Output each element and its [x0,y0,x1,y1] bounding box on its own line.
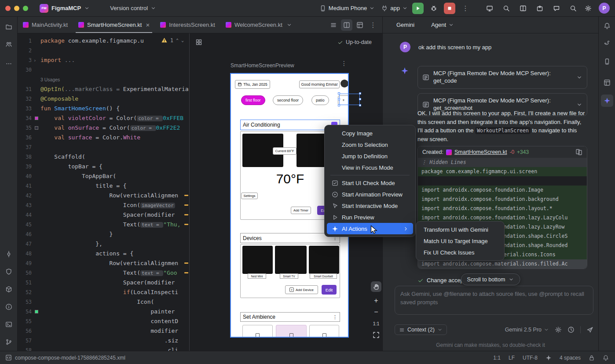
submenu-item-transform-ui-with-gemini[interactable]: Transform UI with Gemini [418,224,502,235]
zoom-to-fit-button[interactable] [371,330,381,340]
add-timer-button[interactable]: Add Timer [291,207,311,214]
running-devices-icon[interactable] [486,5,493,12]
gemini-status-icon[interactable] [545,355,552,361]
layout-inspector-tool-icon[interactable] [601,76,613,89]
hidden-lines-row[interactable]: ⋮ Hidden Lines [418,158,587,167]
prev-warning-icon[interactable]: ⌃ [176,38,179,43]
run-config-selector[interactable]: app [381,5,408,12]
color-swatch[interactable] [35,126,38,130]
more-run-options-button[interactable]: ⋮ [460,3,471,14]
chat-icon[interactable] [553,5,560,12]
pan-tool-button[interactable] [371,281,381,292]
grid-view-icon[interactable] [195,39,202,46]
ambience-section-header[interactable]: Set Ambience ⋮ [240,312,340,322]
menu-item-start-ui-check-mode[interactable]: Start UI Check Mode [327,177,413,189]
editor-more-button[interactable]: ⋮ [367,19,379,31]
indent-setting[interactable]: 4 spaces [560,355,581,361]
open-diff-icon[interactable] [575,149,582,156]
menu-item-start-animation-preview[interactable]: Start Animation Preview [327,189,413,200]
settings-gear-icon[interactable] [585,5,592,12]
menu-item-view-in-focus-mode[interactable]: View in Focus Mode [327,162,413,173]
build-tool-icon[interactable] [3,283,15,295]
menu-item-jump-to-definition[interactable]: Jump to Definition [327,150,413,162]
submenu-item-fix-ui-check-issues[interactable]: Fix UI Check Issues [418,247,502,258]
commit-tool-icon[interactable] [3,248,15,260]
structure-icon[interactable] [520,5,527,12]
date-chip[interactable]: Thu, Jan 2025 [235,80,270,89]
device-selector[interactable]: Medium Phone [319,5,375,12]
context-chip[interactable]: Context (2) [395,324,447,335]
menu-item-run-preview[interactable]: Run Preview [327,211,413,223]
floor-tab-patio[interactable]: patio [311,95,329,105]
tab-agent[interactable]: Agent [431,22,454,28]
maximize-window-button[interactable] [23,6,28,11]
next-warning-icon[interactable]: ⌄ [181,38,184,43]
encoding[interactable]: UTF-8 [523,355,538,361]
user-avatar[interactable]: P [599,3,610,14]
menu-item-zoom-to-selection[interactable]: Zoom to Selection [327,139,413,150]
editor-tab-welcomescreen-kt[interactable]: WelcomeScreen.kt [220,17,297,33]
debug-button[interactable] [428,3,439,14]
editor-tab-interestsscreen-kt[interactable]: InterestsScreen.kt [155,17,220,33]
floor-tab-first-floor[interactable]: first floor [241,95,265,105]
history-icon[interactable] [567,326,575,333]
model-selector[interactable]: Gemini 2.5 Pro [505,327,549,333]
menu-item-start-interactive-mode[interactable]: Start Interactive Mode [327,200,413,211]
editor-tab-smarthomescreen-kt[interactable]: SmartHomeScreen.kt× [73,17,155,33]
created-file-link[interactable]: SmartHomeScreen.kt [454,149,507,155]
vulnerabilities-tool-icon[interactable] [3,266,15,278]
gemini-tool-icon[interactable] [601,95,613,107]
zoom-reset-button[interactable]: 1:1 [371,318,381,329]
vcs-widget[interactable]: Version control [110,5,156,11]
inspection-widget[interactable]: 1 ⌃ ⌄ [159,37,186,44]
chat-settings-icon[interactable] [555,326,562,333]
menu-item-ai-actions[interactable]: AI Actions [327,223,413,234]
notifications-icon[interactable] [603,355,609,361]
gradle-tool-icon[interactable] [601,37,613,49]
mcp-tool-call[interactable]: MCP (Figma Remote Dev Mode MCP Server): … [417,66,587,89]
status-file[interactable]: compose-compose-model-1758866285245.xml [0,354,125,361]
device-card-smart-tv[interactable] [275,246,307,274]
chevron-down-icon[interactable] [286,22,292,28]
run-button[interactable] [412,3,424,14]
chat-input[interactable] [400,290,588,310]
tab-gemini[interactable]: Gemini [396,22,414,28]
problems-tool-icon[interactable] [3,301,15,313]
stop-button[interactable] [444,3,455,14]
zoom-in-button[interactable]: + [371,295,381,306]
device-manager-tool-icon[interactable] [601,55,613,68]
minimize-window-button[interactable] [14,6,19,11]
close-tab-icon[interactable]: × [146,22,150,28]
profiler-icon[interactable] [503,5,510,12]
expand-chevron-icon[interactable] [576,74,582,80]
devices-edit-button[interactable]: Edit [322,285,337,295]
close-window-button[interactable] [5,6,11,11]
settings-chip[interactable]: Settings [241,193,258,199]
color-swatch[interactable] [35,116,38,120]
device-card-nest-mini[interactable] [242,246,273,274]
device-card-smart-doorbell[interactable] [309,246,339,274]
split-right-button[interactable] [341,19,352,31]
color-swatch[interactable] [35,310,38,313]
version-control-tool-icon[interactable] [3,336,15,348]
more-tool-windows-icon[interactable] [3,58,15,70]
editor-tab-mainactivity-kt[interactable]: MainActivity.kt [18,17,73,33]
project-tool-icon[interactable] [3,21,15,33]
submenu-item-match-ui-to-target-image[interactable]: Match UI to Target Image [418,235,502,247]
send-icon[interactable] [586,326,593,333]
lock-icon[interactable] [589,355,595,361]
profile-avatar[interactable] [340,80,348,87]
caret-position[interactable]: 1:1 [493,355,501,361]
code-editor[interactable]: 1 ⌃ ⌄ 1package com.example.figmamcp.u23›… [18,33,189,351]
editor-layout-button[interactable] [354,19,366,31]
kebab-icon[interactable]: ⋮ [333,314,337,320]
notifications-tool-icon[interactable] [601,20,613,32]
resource-manager-icon[interactable] [3,38,15,51]
search-everywhere-icon[interactable] [570,5,577,12]
scroll-to-bottom-button[interactable]: Scroll to bottom [461,273,520,285]
menu-item-copy-image[interactable]: Copy Image [327,127,413,139]
add-device-button[interactable]: + Add Device [285,285,318,294]
project-selector[interactable]: FM FigmaMCP [40,4,90,13]
plugins-icon[interactable] [536,5,543,12]
preview-more-icon[interactable]: ⋮ [341,60,347,67]
